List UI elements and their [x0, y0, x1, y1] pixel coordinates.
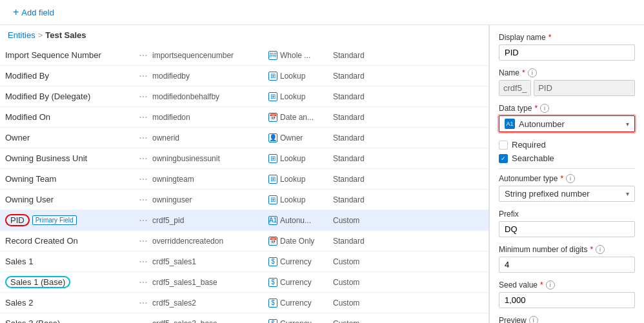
field-name-col: Sales 2 (Base): [5, 318, 134, 323]
field-type-col: ⊞ Lookup: [268, 175, 333, 184]
field-type-col: $ Currency: [268, 278, 333, 287]
field-dots-menu[interactable]: ···: [134, 235, 152, 247]
field-name-col: PIDPrimary Field: [5, 214, 134, 226]
field-name-col: Sales 2: [5, 298, 134, 308]
prefix-label: Prefix: [499, 210, 635, 219]
field-name-col: Sales 1 (Base): [5, 276, 134, 288]
table-row[interactable]: Owning User ··· owninguser ⊞ Lookup Stan…: [0, 190, 488, 210]
seed-required: *: [540, 280, 543, 289]
table-row[interactable]: Sales 1 ··· crdf5_sales1 $ Currency Cust…: [0, 251, 488, 272]
field-name: Sales 1 (Base): [5, 276, 70, 288]
field-name: Sales 2 (Base): [5, 318, 60, 323]
field-name: Owner: [5, 133, 30, 142]
field-rows-container: Import Sequence Number ··· importsequenc…: [0, 45, 488, 323]
field-schema: crdf5_sales1_base: [152, 278, 268, 287]
table-row[interactable]: PIDPrimary Field ··· crdf5_pid A1 Autonu…: [0, 210, 488, 231]
field-name: Sales 2: [5, 298, 33, 308]
field-name: Modified By: [5, 71, 49, 81]
field-dots-menu[interactable]: ···: [134, 153, 152, 164]
field-name: Owning User: [5, 195, 54, 204]
type-icon: ⊞: [268, 92, 277, 101]
field-custom-label: Standard: [333, 72, 378, 81]
field-type-col: $ Currency: [268, 257, 333, 266]
chevron-down-icon: ▾: [626, 121, 629, 128]
field-custom-label: Custom: [333, 278, 378, 287]
add-field-button[interactable]: + Add field: [8, 4, 59, 21]
data-type-section: Data type * i A1 Autonumber ▾: [499, 104, 635, 132]
searchable-checkbox[interactable]: [499, 154, 508, 163]
field-type-label: Date an...: [280, 113, 314, 122]
field-type-label: Autonu...: [280, 216, 311, 225]
divider-1: [499, 168, 635, 169]
searchable-row: Searchable: [499, 153, 635, 163]
field-schema: modifiedonbehalfby: [152, 92, 268, 101]
field-type-col: ⊞ Lookup: [268, 154, 333, 163]
field-schema: modifiedby: [152, 72, 268, 81]
seed-info-icon[interactable]: i: [546, 280, 555, 289]
min-digits-info-icon[interactable]: i: [596, 245, 605, 254]
table-row[interactable]: Import Sequence Number ··· importsequenc…: [0, 45, 488, 66]
table-row[interactable]: Owning Business Unit ··· owningbusinessu…: [0, 148, 488, 169]
field-name-col: Owning User: [5, 195, 134, 204]
data-type-select[interactable]: A1 Autonumber ▾: [499, 115, 635, 132]
field-schema: modifiedon: [152, 113, 268, 122]
field-custom-label: Standard: [333, 51, 378, 60]
field-type-label: Lookup: [280, 72, 305, 81]
field-name: Import Sequence Number: [5, 50, 101, 60]
table-row[interactable]: Owning Team ··· owningteam ⊞ Lookup Stan…: [0, 169, 488, 190]
table-row[interactable]: Sales 2 (Base) ··· crdf5_sales2_base $ C…: [0, 313, 488, 323]
breadcrumb-entities[interactable]: Entities: [8, 30, 35, 40]
min-digits-required: *: [590, 245, 593, 254]
seed-input[interactable]: [499, 292, 635, 308]
autonumber-type-select[interactable]: String prefixed number ▾: [499, 186, 635, 202]
data-type-required: *: [534, 104, 538, 113]
data-type-info-icon[interactable]: i: [540, 104, 549, 113]
field-dots-menu[interactable]: ···: [134, 277, 152, 288]
min-digits-input[interactable]: [499, 257, 635, 273]
table-row[interactable]: Modified On ··· modifiedon 📅 Date an... …: [0, 107, 488, 128]
field-schema: owningteam: [152, 175, 268, 184]
display-name-input[interactable]: [499, 44, 635, 61]
field-custom-label: Standard: [333, 92, 378, 101]
field-schema: crdf5_sales2: [152, 299, 268, 308]
table-row[interactable]: Sales 1 (Base) ··· crdf5_sales1_base $ C…: [0, 272, 488, 293]
field-dots-menu[interactable]: ···: [134, 194, 152, 206]
name-info-icon[interactable]: i: [528, 68, 537, 77]
prefix-input[interactable]: [499, 221, 635, 237]
field-name-col: Modified By (Delegate): [5, 92, 134, 101]
name-suffix: PID: [534, 80, 635, 96]
min-digits-label: Minimum number of digits * i: [499, 245, 635, 254]
autonumber-type-value: String prefixed number: [505, 189, 590, 199]
preview-info-icon[interactable]: i: [529, 316, 538, 323]
field-dots-menu[interactable]: ···: [134, 132, 152, 144]
field-type-label: Lookup: [280, 195, 305, 204]
field-type-label: Currency: [280, 278, 312, 287]
field-name: PID: [5, 214, 30, 226]
field-dots-menu[interactable]: ···: [134, 256, 152, 268]
type-icon: A1: [268, 216, 277, 225]
required-checkbox[interactable]: [499, 141, 508, 150]
table-row[interactable]: Modified By (Delegate) ··· modifiedonbeh…: [0, 86, 488, 107]
field-dots-menu[interactable]: ···: [134, 215, 152, 226]
autonumber-type-info-icon[interactable]: i: [566, 174, 575, 183]
table-row[interactable]: Owner ··· ownerid 👤 Owner Standard: [0, 128, 488, 148]
field-custom-label: Custom: [333, 216, 378, 225]
field-dots-menu[interactable]: ···: [134, 297, 152, 309]
table-row[interactable]: Sales 2 ··· crdf5_sales2 $ Currency Cust…: [0, 293, 488, 313]
field-dots-menu[interactable]: ···: [134, 112, 152, 123]
seed-label: Seed value * i: [499, 280, 635, 289]
field-type-label: Currency: [280, 257, 312, 266]
data-type-value: Autonumber: [519, 119, 565, 129]
field-name-col: Record Created On: [5, 236, 134, 246]
autonumber-type-chevron-icon: ▾: [626, 190, 629, 197]
add-field-label: Add field: [21, 8, 54, 17]
field-name: Owning Business Unit: [5, 153, 87, 163]
field-dots-menu[interactable]: ···: [134, 70, 152, 82]
field-dots-menu[interactable]: ···: [134, 173, 152, 185]
field-dots-menu[interactable]: ···: [134, 50, 152, 61]
field-dots-menu[interactable]: ···: [134, 318, 152, 324]
table-row[interactable]: Modified By ··· modifiedby ⊞ Lookup Stan…: [0, 66, 488, 86]
field-list-pane: Entities > Test Sales Import Sequence Nu…: [0, 25, 489, 323]
table-row[interactable]: Record Created On ··· overriddencreatedo…: [0, 231, 488, 251]
field-dots-menu[interactable]: ···: [134, 91, 152, 103]
